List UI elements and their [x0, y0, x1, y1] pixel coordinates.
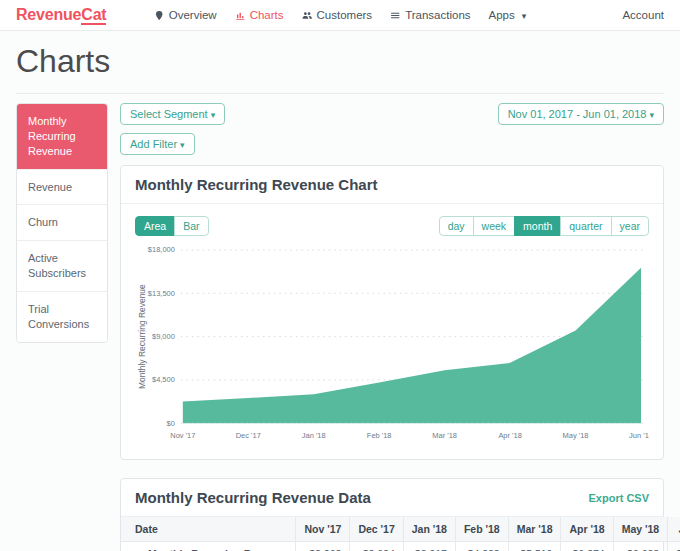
col-header-apr18: Apr '18 — [561, 517, 613, 542]
value-jan18: $3,017 — [403, 542, 455, 551]
sidebar-item-trial-conversions[interactable]: Trial Conversions — [17, 292, 107, 342]
chart-type-area-button[interactable]: Area — [135, 216, 175, 236]
nav-overview[interactable]: Overview — [154, 9, 217, 21]
nav-apps-dropdown[interactable]: Apps — [489, 9, 527, 21]
table-card-title: Monthly Recurring Revenue Data — [135, 489, 371, 506]
logo-text-cat: Cat — [81, 6, 106, 25]
sidebar-item-monthly-recurring-revenue[interactable]: Monthly Recurring Revenue — [17, 104, 107, 170]
period-toggle: day week month quarter year — [439, 216, 649, 236]
svg-text:$18,000: $18,000 — [148, 245, 175, 254]
account-menu[interactable]: Account — [622, 9, 664, 21]
value-jun18: $16,141 — [668, 542, 680, 551]
chart-type-toggle: Area Bar — [135, 216, 209, 236]
nav-customers-label: Customers — [317, 9, 373, 21]
col-header-nov17: Nov '17 — [296, 517, 350, 542]
sidebar-item-revenue[interactable]: Revenue — [17, 170, 107, 206]
revenuecat-logo[interactable]: RevenueCat — [16, 6, 106, 24]
date-range-button[interactable]: Nov 01, 2017 - Jun 01, 2018 — [498, 103, 664, 125]
select-segment-button[interactable]: Select Segment — [120, 103, 225, 125]
logo-text-revenue: Revenue — [16, 6, 81, 23]
chart-card-title: Monthly Recurring Revenue Chart — [135, 176, 378, 193]
period-day-button[interactable]: day — [439, 216, 474, 236]
add-filter-button[interactable]: Add Filter — [120, 133, 195, 155]
nav-charts-label: Charts — [250, 9, 284, 21]
col-header-dec17: Dec '17 — [350, 517, 403, 542]
mrr-area-chart: $0$4,500$9,000$13,500$18,000Monthly Recu… — [135, 240, 649, 451]
col-header-jan18: Jan '18 — [403, 517, 455, 542]
date-range-label: Nov 01, 2017 - Jun 01, 2018 — [508, 108, 647, 120]
chart-type-bar-button[interactable]: Bar — [174, 216, 208, 236]
svg-text:Monthly Recurring Revenue: Monthly Recurring Revenue — [137, 284, 147, 389]
select-segment-label: Select Segment — [130, 108, 208, 120]
nav-charts[interactable]: Charts — [235, 9, 284, 21]
svg-text:Nov '17: Nov '17 — [170, 431, 195, 440]
list-icon — [390, 10, 401, 21]
caret-down-icon — [208, 108, 216, 120]
period-month-button[interactable]: month — [514, 216, 561, 236]
col-header-date: Date — [121, 517, 296, 542]
col-header-jun18: Jun '18 — [668, 517, 680, 542]
svg-text:Mar '18: Mar '18 — [432, 431, 457, 440]
caret-down-icon — [646, 108, 654, 120]
value-apr18: $6,274 — [561, 542, 613, 551]
table-header-row: Date Nov '17 Dec '17 Jan '18 Feb '18 Mar… — [121, 517, 680, 542]
data-table-card: Monthly Recurring Revenue Data Export CS… — [120, 478, 664, 551]
export-csv-link[interactable]: Export CSV — [588, 492, 649, 504]
caret-down-icon — [519, 9, 527, 21]
svg-text:May '18: May '18 — [563, 431, 589, 440]
area-chart-svg: $0$4,500$9,000$13,500$18,000Monthly Recu… — [135, 240, 649, 451]
main-panel: Select Segment Nov 01, 2017 - Jun 01, 20… — [120, 103, 664, 551]
value-may18: $9,638 — [613, 542, 668, 551]
nav-apps-label: Apps — [489, 9, 515, 21]
svg-text:Feb '18: Feb '18 — [367, 431, 392, 440]
period-week-button[interactable]: week — [473, 216, 516, 236]
value-nov17: $2,263 — [296, 542, 350, 551]
col-header-may18: May '18 — [613, 517, 668, 542]
nav-customers[interactable]: Customers — [302, 9, 373, 21]
table-row: Monthly Recurring Revenue $2,263 $2,624 … — [121, 542, 680, 551]
bar-chart-icon — [235, 10, 246, 21]
page-content: Charts Monthly Recurring Revenue Revenue… — [0, 31, 680, 551]
add-filter-label: Add Filter — [130, 138, 177, 150]
svg-text:$13,500: $13,500 — [148, 289, 175, 298]
svg-text:Apr '18: Apr '18 — [498, 431, 521, 440]
map-pin-icon — [154, 10, 165, 21]
chart-card: Monthly Recurring Revenue Chart Area Bar… — [120, 165, 664, 460]
main-nav: Overview Charts Customers Transactions A… — [154, 9, 527, 21]
top-navbar: RevenueCat Overview Charts Customers Tra… — [0, 0, 680, 31]
value-dec17: $2,624 — [350, 542, 403, 551]
svg-text:$0: $0 — [167, 419, 175, 428]
sidebar-item-churn[interactable]: Churn — [17, 205, 107, 241]
svg-text:Jun '18: Jun '18 — [629, 431, 649, 440]
value-mar18: $5,519 — [508, 542, 561, 551]
charts-sidebar: Monthly Recurring Revenue Revenue Churn … — [16, 103, 108, 343]
svg-text:$9,000: $9,000 — [152, 332, 175, 341]
users-icon — [302, 10, 313, 21]
col-header-feb18: Feb '18 — [455, 517, 508, 542]
col-header-mar18: Mar '18 — [508, 517, 561, 542]
svg-text:Jan '18: Jan '18 — [302, 431, 326, 440]
nav-transactions-label: Transactions — [405, 9, 470, 21]
period-quarter-button[interactable]: quarter — [560, 216, 611, 236]
mrr-data-table: Date Nov '17 Dec '17 Jan '18 Feb '18 Mar… — [121, 517, 680, 551]
page-title: Charts — [16, 31, 664, 94]
nav-transactions[interactable]: Transactions — [390, 9, 470, 21]
value-feb18: $4,238 — [455, 542, 508, 551]
nav-overview-label: Overview — [169, 9, 217, 21]
period-year-button[interactable]: year — [611, 216, 649, 236]
row-label-cell: Monthly Recurring Revenue — [121, 542, 296, 551]
caret-down-icon — [177, 138, 185, 150]
sidebar-item-active-subscribers[interactable]: Active Subscribers — [17, 241, 107, 292]
svg-text:Dec '17: Dec '17 — [236, 431, 261, 440]
svg-text:$4,500: $4,500 — [152, 375, 175, 384]
